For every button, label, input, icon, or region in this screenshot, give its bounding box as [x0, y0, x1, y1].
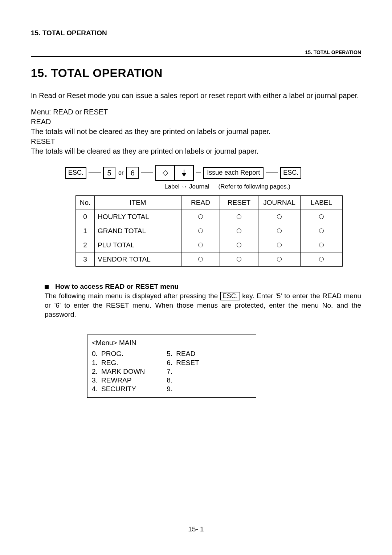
menu-head: <Menu> MAIN: [92, 339, 252, 347]
circle-icon: [237, 243, 241, 247]
esc-key-inline: ESC.: [220, 292, 240, 300]
esc-key: ESC.: [280, 167, 301, 179]
menu-item: 1.REG.: [92, 358, 145, 367]
circle-icon: [319, 257, 324, 262]
menu-item: 3.REWRAP: [92, 376, 145, 385]
col-journal: JOURNAL: [258, 196, 301, 210]
menu-no: 6.: [167, 358, 176, 367]
circle-icon: [198, 228, 203, 233]
square-bullet-icon: [45, 285, 49, 289]
howto-paragraph: The following main menu is displayed aft…: [45, 291, 361, 319]
menu-item: 2.MARK DOWN: [92, 367, 145, 376]
cell-read: [181, 238, 220, 252]
running-header-left: 15. TOTAL OPERATION: [31, 29, 361, 37]
connector: [141, 173, 153, 173]
col-item: ITEM: [95, 196, 181, 210]
col-no: No.: [76, 196, 95, 210]
menu-item: 4.SECURITY: [92, 385, 145, 393]
cell-journal: [258, 252, 301, 267]
feed-key: [155, 165, 194, 181]
cell-label: [301, 210, 343, 224]
menu-label: PROG.: [101, 349, 123, 358]
menu-label: RESET: [176, 358, 199, 367]
svg-marker-1: [182, 173, 186, 177]
cell-journal: [258, 224, 301, 238]
cell-no: 1: [76, 224, 95, 238]
intro-paragraph: In Read or Reset mode you can issue a sa…: [31, 91, 361, 101]
read-heading: READ: [31, 117, 361, 127]
table-row: 3 VENDOR TOTAL: [76, 252, 343, 267]
circle-icon: [319, 243, 324, 247]
read-body: The totals will not be cleared as they a…: [31, 127, 361, 137]
circle-icon: [237, 228, 241, 233]
refer-caption: (Refer to following pages.): [219, 183, 290, 190]
menu-no: 7.: [167, 367, 176, 376]
menu-no: 5.: [167, 349, 176, 358]
page-number: 15- 1: [0, 525, 392, 533]
cell-no: 2: [76, 238, 95, 252]
section-title: 15. TOTAL OPERATION: [31, 66, 361, 80]
howto-pre: The following main menu is displayed aft…: [45, 292, 218, 300]
totals-table: No. ITEM READ RESET JOURNAL LABEL 0 HOUR…: [75, 195, 343, 267]
menu-label: SECURITY: [101, 385, 136, 393]
main-menu-box: <Menu> MAIN 0.PROG. 1.REG. 2.MARK DOWN 3…: [87, 335, 256, 398]
menu-item: 6.RESET: [167, 358, 199, 367]
diamond-icon: [156, 166, 175, 180]
cell-item: VENDOR TOTAL: [95, 252, 181, 267]
menu-no: 9.: [167, 385, 176, 393]
cell-label: [301, 252, 343, 267]
circle-icon: [319, 228, 324, 233]
menu-no: 0.: [92, 349, 101, 358]
cell-label: [301, 224, 343, 238]
menu-line: Menu: READ or RESET: [31, 107, 361, 117]
circle-icon: [277, 214, 282, 219]
col-read: READ: [181, 196, 220, 210]
col-reset: RESET: [220, 196, 258, 210]
reset-heading: RESET: [31, 137, 361, 146]
menu-item: 0.PROG.: [92, 349, 145, 358]
label-journal-caption: Label ↔ Journal: [164, 183, 209, 190]
menu-col-left: 0.PROG. 1.REG. 2.MARK DOWN 3.REWRAP 4.SE…: [92, 349, 145, 394]
menu-item: 8.: [167, 376, 199, 385]
circle-icon: [277, 243, 282, 247]
table-row: 1 GRAND TOTAL: [76, 224, 343, 238]
table-header-row: No. ITEM READ RESET JOURNAL LABEL: [76, 196, 343, 210]
menu-item: 5.READ: [167, 349, 199, 358]
menu-no: 4.: [92, 385, 101, 393]
table-row: 0 HOURLY TOTAL: [76, 210, 343, 224]
circle-icon: [198, 257, 203, 262]
table-row: 2 PLU TOTAL: [76, 238, 343, 252]
esc-key: ESC.: [65, 167, 86, 179]
menu-label: MARK DOWN: [101, 367, 145, 376]
menu-no: 8.: [167, 376, 176, 385]
menu-no: 1.: [92, 358, 101, 367]
menu-no: 2.: [92, 367, 101, 376]
menu-label: REWRAP: [101, 376, 131, 385]
cell-label: [301, 238, 343, 252]
issue-report-box: Issue each Report: [203, 167, 264, 179]
circle-icon: [198, 243, 203, 247]
menu-item: 9.: [167, 385, 199, 393]
col-label: LABEL: [301, 196, 343, 210]
menu-label: READ: [176, 349, 195, 358]
circle-icon: [198, 214, 203, 219]
flow-diagram: ESC. 5 or 6 Issue each Report ESC.: [65, 165, 361, 181]
connector: [89, 173, 101, 173]
key-6: 6: [126, 167, 139, 179]
running-header-right: 15. TOTAL OPERATION: [31, 49, 361, 55]
cell-journal: [258, 238, 301, 252]
cell-item: GRAND TOTAL: [95, 224, 181, 238]
menu-label: REG.: [101, 358, 118, 367]
cell-item: HOURLY TOTAL: [95, 210, 181, 224]
header-rule: [31, 56, 361, 57]
cell-read: [181, 252, 220, 267]
menu-item: 7.: [167, 367, 199, 376]
menu-col-right: 5.READ 6.RESET 7. 8. 9.: [167, 349, 199, 394]
cell-item: PLU TOTAL: [95, 238, 181, 252]
menu-no: 3.: [92, 376, 101, 385]
circle-icon: [277, 228, 282, 233]
howto-title: How to access READ or RESET menu: [55, 283, 179, 291]
arrow-down-icon: [175, 166, 193, 180]
cell-reset: [220, 252, 258, 267]
key-5: 5: [103, 167, 115, 179]
